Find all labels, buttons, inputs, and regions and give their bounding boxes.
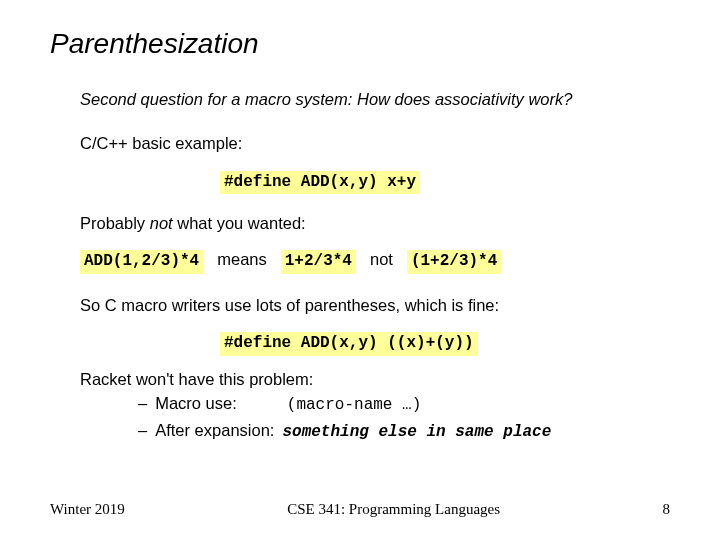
footer-term: Winter 2019 — [50, 501, 125, 518]
slide-body: Second question for a macro system: How … — [50, 88, 670, 443]
define-line-1: #define ADD(x,y) x+y — [80, 169, 670, 195]
not-label: not — [370, 248, 393, 270]
probably-not-word: not — [150, 214, 173, 232]
code-means: 1+2/3*4 — [281, 250, 356, 274]
slide-footer: Winter 2019 CSE 341: Programming Languag… — [0, 501, 720, 518]
probably-prefix: Probably — [80, 214, 150, 232]
bullet-list: – Macro use: (macro-name …) – After expa… — [80, 392, 670, 443]
code-define1: #define ADD(x,y) x+y — [220, 171, 420, 195]
bullet-dash-1: – — [138, 392, 147, 414]
probably-not-line: Probably not what you wanted: — [80, 212, 670, 234]
example-label: C/C++ basic example: — [80, 132, 670, 154]
expansion-row: ADD(1,2/3)*4 means 1+2/3*4 not (1+2/3)*4 — [80, 248, 670, 274]
bullet-dash-2: – — [138, 419, 147, 441]
footer-page: 8 — [662, 501, 670, 518]
code-not: (1+2/3)*4 — [407, 250, 501, 274]
means-label: means — [217, 248, 267, 270]
footer-course: CSE 341: Programming Languages — [287, 501, 500, 518]
probably-suffix: what you wanted: — [173, 214, 306, 232]
bullet1-label: Macro use: — [155, 392, 237, 414]
bullet1-code: (macro-name …) — [287, 395, 421, 417]
bullet2-code: something else in same place — [282, 422, 551, 444]
bullet2-label: After expansion: — [155, 419, 274, 441]
intro-question: Second question for a macro system: How … — [80, 88, 670, 110]
so-line: So C macro writers use lots of parenthes… — [80, 294, 670, 316]
code-call: ADD(1,2/3)*4 — [80, 250, 203, 274]
code-define2: #define ADD(x,y) ((x)+(y)) — [220, 332, 478, 356]
bullet-2: – After expansion: something else in sam… — [138, 419, 670, 444]
define-line-2: #define ADD(x,y) ((x)+(y)) — [80, 330, 670, 356]
slide-title: Parenthesization — [50, 28, 670, 60]
racket-line: Racket won't have this problem: — [80, 368, 670, 390]
bullet-1: – Macro use: (macro-name …) — [138, 392, 670, 417]
